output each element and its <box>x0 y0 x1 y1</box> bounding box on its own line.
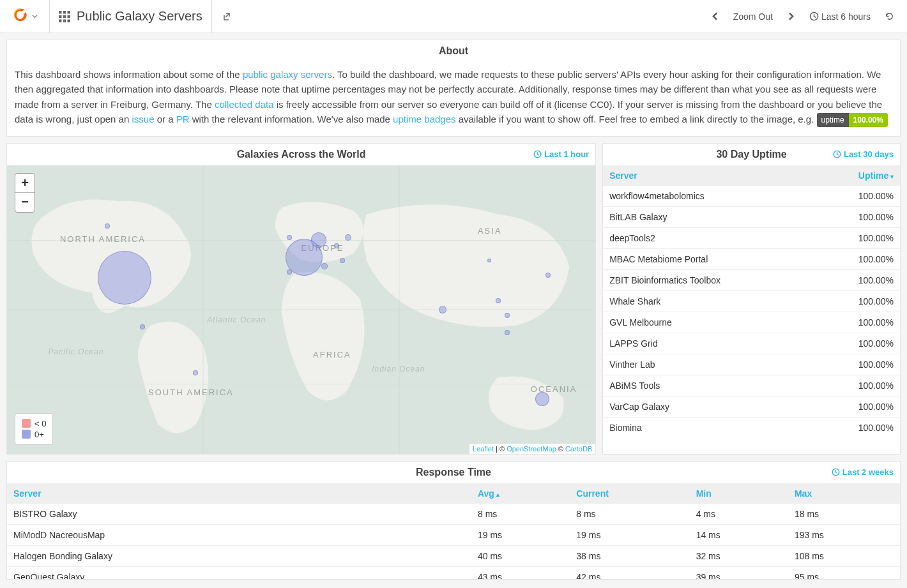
map-attribution: Leaflet | © OpenStreetMap © CartoDB <box>469 444 595 454</box>
uptime-value: 100.00% <box>817 333 900 354</box>
uptime-value: 100.00% <box>817 312 900 333</box>
rt-col-max[interactable]: Max <box>788 483 900 504</box>
uptime-col-uptime[interactable]: Uptime <box>817 165 900 186</box>
table-row: MiModD NacreousMap19 ms19 ms14 ms193 ms <box>7 524 900 545</box>
rt-max: 108 ms <box>788 545 900 566</box>
app-logo-box[interactable] <box>0 0 50 33</box>
map-bubble[interactable] <box>545 273 551 278</box>
map-zoom-controls: + − <box>15 173 35 213</box>
uptime-time-label: Last 30 days <box>833 149 894 159</box>
link-uptime-badges[interactable]: uptime badges <box>393 114 455 124</box>
uptime-table: Server Uptime workflow4metabolomics100.0… <box>603 165 900 433</box>
map-time-label: Last 1 hour <box>533 149 589 159</box>
time-back-button[interactable] <box>706 8 724 24</box>
rt-col-avg[interactable]: Avg <box>471 483 570 504</box>
svg-rect-4 <box>63 15 66 18</box>
rt-max: 18 ms <box>788 504 900 525</box>
link-public-galaxy-servers[interactable]: public galaxy servers <box>243 69 332 80</box>
map-bubble[interactable] <box>487 259 491 262</box>
uptime-value: 100.00% <box>817 227 900 248</box>
about-title: About <box>7 40 900 62</box>
uptime-value: 100.00% <box>817 375 900 396</box>
refresh-icon <box>885 11 894 21</box>
uptime-badge: uptime100.00% <box>817 113 888 127</box>
svg-rect-0 <box>59 11 62 14</box>
rt-col-min[interactable]: Min <box>690 483 788 504</box>
world-map[interactable]: + − NORTH AMERICA SOUTH AMERICA EUROPE A… <box>7 165 595 454</box>
zoom-out-label: Zoom Out <box>733 11 773 22</box>
link-collected-data[interactable]: collected data <box>215 99 274 110</box>
about-body: This dashboard shows information about s… <box>7 62 900 136</box>
map-bubble[interactable] <box>505 313 510 318</box>
response-time-table: Server Avg Current Min Max BISTRO Galaxy… <box>7 483 900 579</box>
map-bubble[interactable] <box>535 392 549 406</box>
map-label: ASIA <box>478 226 502 236</box>
rt-avg: 40 ms <box>471 545 570 566</box>
uptime-server: MBAC Metabiome Portal <box>603 248 817 269</box>
link-pr[interactable]: PR <box>176 114 190 124</box>
rt-server: MiModD NacreousMap <box>7 524 471 545</box>
rt-min: 14 ms <box>690 524 788 545</box>
map-label: OCEANIA <box>531 384 577 394</box>
map-bubble[interactable] <box>439 306 446 313</box>
table-row: workflow4metabolomics100.00% <box>603 186 900 207</box>
clock-icon <box>533 150 542 158</box>
svg-rect-2 <box>68 11 71 14</box>
table-row: GVL Melbourne100.00% <box>603 312 900 333</box>
uptime-server: VarCap Galaxy <box>603 396 817 417</box>
map-bubble[interactable] <box>496 298 501 303</box>
rt-server: BISTRO Galaxy <box>7 504 471 525</box>
time-range-button[interactable]: Last 6 hours <box>804 8 876 26</box>
map-bubble[interactable] <box>98 251 151 305</box>
svg-rect-8 <box>68 19 71 22</box>
rt-current: 38 ms <box>570 545 689 566</box>
table-row: VarCap Galaxy100.00% <box>603 396 900 417</box>
table-row: Whale Shark100.00% <box>603 290 900 312</box>
uptime-server: Whale Shark <box>603 290 817 312</box>
map-bubble[interactable] <box>505 330 510 335</box>
rt-col-current[interactable]: Current <box>570 483 689 504</box>
map-bubble[interactable] <box>340 258 345 263</box>
time-forward-button[interactable] <box>782 8 800 24</box>
rt-current: 42 ms <box>570 566 689 579</box>
map-bubble[interactable] <box>311 232 326 248</box>
svg-rect-1 <box>63 11 66 14</box>
svg-rect-3 <box>59 15 62 18</box>
response-time-time-label: Last 2 weeks <box>832 467 894 477</box>
map-bubble[interactable] <box>287 235 292 240</box>
svg-rect-5 <box>68 15 71 18</box>
response-time-title: Response Time <box>7 462 900 483</box>
table-row: BitLAB Galaxy100.00% <box>603 206 900 227</box>
zoom-out-button[interactable]: Zoom Out <box>728 8 778 26</box>
rt-col-server[interactable]: Server <box>7 483 471 504</box>
rt-max: 95 ms <box>788 566 900 579</box>
table-row: Biomina100.00% <box>603 417 900 433</box>
map-bubble[interactable] <box>105 223 110 229</box>
share-button[interactable] <box>212 0 243 33</box>
map-bubble[interactable] <box>193 370 198 375</box>
rt-max: 193 ms <box>788 524 900 545</box>
grid-icon <box>59 11 70 22</box>
map-label: Pacific Ocean <box>48 347 103 356</box>
dashboard-title-box[interactable]: Public Galaxy Servers <box>50 0 212 33</box>
uptime-server: ZBIT Bioinformatics Toolbox <box>603 269 817 290</box>
link-issue[interactable]: issue <box>132 114 154 124</box>
time-range-label: Last 6 hours <box>821 11 871 22</box>
uptime-col-server[interactable]: Server <box>603 165 817 186</box>
map-panel: Galaxies Across the World Last 1 hour <box>6 143 596 455</box>
table-row: Halogen Bonding Galaxy40 ms38 ms32 ms108… <box>7 545 900 566</box>
map-bubble[interactable] <box>321 263 328 269</box>
map-bubble[interactable] <box>287 269 292 275</box>
refresh-button[interactable] <box>880 8 899 25</box>
uptime-value: 100.00% <box>817 269 900 290</box>
table-row: deepTools2100.00% <box>603 227 900 248</box>
map-bubble[interactable] <box>140 324 145 329</box>
rt-min: 32 ms <box>690 545 788 566</box>
map-bubble[interactable] <box>334 243 339 248</box>
map-bubble[interactable] <box>345 234 351 241</box>
zoom-out-button[interactable]: − <box>15 193 34 212</box>
zoom-in-button[interactable]: + <box>15 174 34 193</box>
uptime-server: Biomina <box>603 417 817 433</box>
map-label: NORTH AMERICA <box>60 234 146 244</box>
rt-min: 4 ms <box>690 504 788 525</box>
